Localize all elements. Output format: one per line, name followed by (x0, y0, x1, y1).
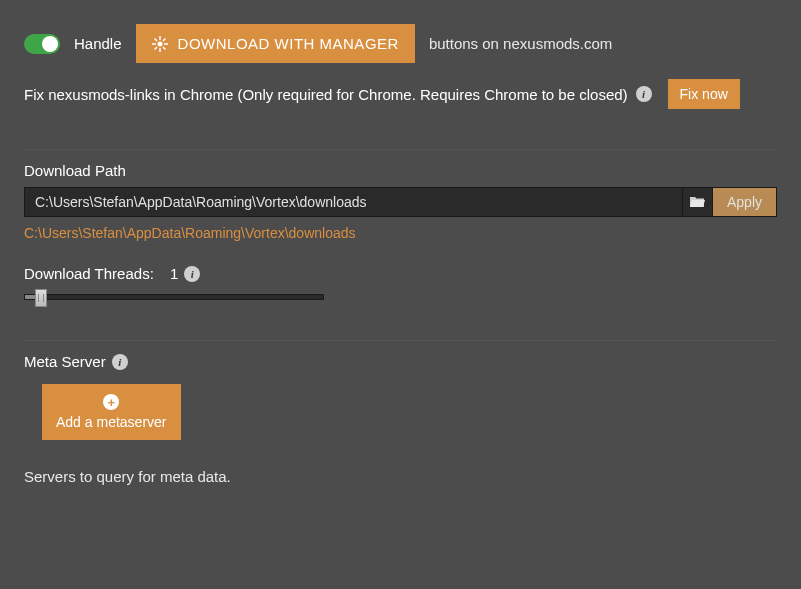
handle-row: Handle DOWNLOAD WITH MANAGER buttons on … (24, 24, 777, 63)
toggle-knob (42, 36, 58, 52)
download-suffix-text: buttons on nexusmods.com (429, 35, 612, 52)
svg-line-7 (154, 47, 157, 50)
handle-toggle[interactable] (24, 34, 60, 54)
apply-button[interactable]: Apply (713, 187, 777, 217)
fix-now-button[interactable]: Fix now (668, 79, 740, 109)
info-icon[interactable]: i (636, 86, 652, 102)
chrome-fix-text: Fix nexusmods-links in Chrome (Only requ… (24, 86, 628, 103)
download-path-input[interactable] (24, 187, 683, 217)
add-metaserver-button[interactable]: + Add a metaserver (42, 384, 181, 440)
meta-description: Servers to query for meta data. (24, 468, 777, 485)
download-path-section: Download Path Apply C:\Users\Stefan\AppD… (24, 149, 777, 300)
resolved-path-text: C:\Users\Stefan\AppData\Roaming\Vortex\d… (24, 225, 777, 241)
chrome-fix-row: Fix nexusmods-links in Chrome (Only requ… (24, 79, 777, 109)
svg-line-5 (154, 38, 157, 41)
threads-value: 1 (170, 265, 178, 282)
meta-label-text: Meta Server (24, 353, 106, 370)
svg-line-8 (163, 38, 166, 41)
folder-icon (689, 195, 705, 209)
svg-line-6 (163, 47, 166, 50)
info-icon[interactable]: i (184, 266, 200, 282)
apply-label: Apply (727, 194, 762, 210)
download-threads-label: Download Threads: 1 i (24, 265, 777, 282)
fix-now-label: Fix now (680, 86, 728, 102)
browse-folder-button[interactable] (683, 187, 713, 217)
download-path-row: Apply (24, 187, 777, 217)
threads-label-text: Download Threads: (24, 265, 154, 282)
svg-point-0 (157, 41, 162, 46)
add-metaserver-label: Add a metaserver (56, 414, 167, 430)
slider-thumb[interactable] (35, 289, 47, 307)
download-with-manager-label: DOWNLOAD WITH MANAGER (178, 35, 399, 52)
plus-icon: + (103, 394, 119, 410)
info-icon[interactable]: i (112, 354, 128, 370)
download-path-label: Download Path (24, 162, 777, 179)
meta-server-label: Meta Server i (24, 353, 777, 370)
threads-slider[interactable] (24, 294, 324, 300)
download-with-manager-button[interactable]: DOWNLOAD WITH MANAGER (136, 24, 415, 63)
handle-label: Handle (74, 35, 122, 52)
meta-server-section: Meta Server i + Add a metaserver Servers… (24, 340, 777, 485)
nexus-icon (152, 36, 168, 52)
